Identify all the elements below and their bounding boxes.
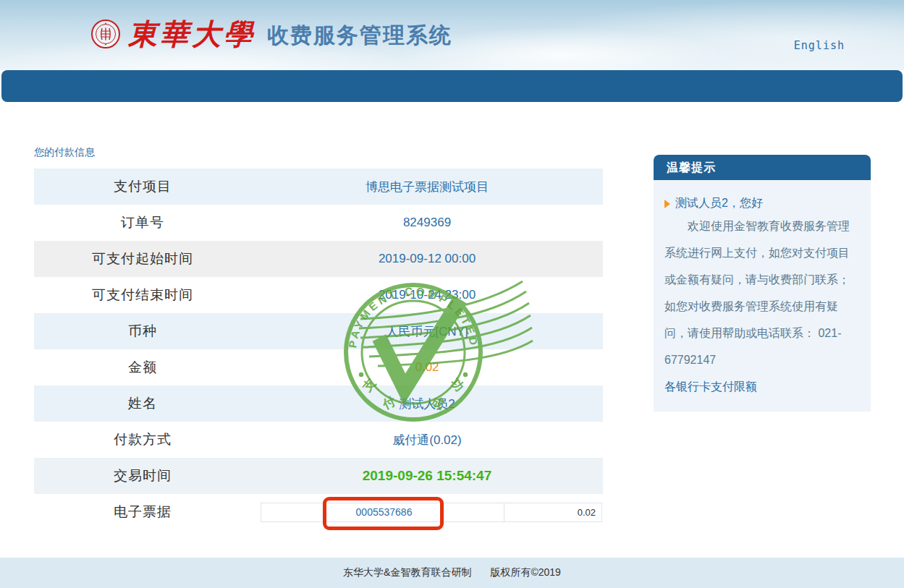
tips-panel: 温馨提示 测试人员2，您好 欢迎使用金智教育收费服务管理系统进行网上支付，如您对…	[654, 155, 871, 412]
einvoice-table: 0005537686 0.02	[261, 503, 602, 522]
english-language-link[interactable]: English	[794, 39, 845, 52]
page-footer: 东华大学&金智教育联合研制 版权所有©2019	[0, 558, 904, 588]
row-label: 金额	[34, 358, 251, 377]
row-value: 2019-09-12 00:00	[251, 252, 603, 266]
user-greeting: 测试人员2，您好	[664, 196, 860, 211]
row-value-transaction-time: 2019-09-26 15:54:47	[251, 468, 603, 484]
greeting-text: 测试人员2，您好	[675, 196, 763, 211]
tips-panel-title: 温馨提示	[654, 155, 871, 180]
row-label: 付款方式	[34, 430, 251, 449]
navbar	[1, 70, 903, 102]
row-label: 可支付结束时间	[34, 286, 251, 304]
row-value: 2019-10-24 23:00	[251, 288, 603, 302]
payment-row: 金额 0.02	[34, 349, 603, 385]
university-name: 東華大學	[128, 20, 255, 48]
row-value: 威付通(0.02)	[251, 432, 603, 448]
row-label: 订单号	[34, 213, 251, 232]
brand: 東華大學 收费服务管理系统	[90, 13, 452, 55]
footer-credits: 东华大学&金智教育联合研制	[343, 566, 471, 579]
row-label: 姓名	[34, 394, 251, 413]
payment-row: 可支付起始时间 2019-09-12 00:00	[34, 241, 603, 277]
row-value: 8249369	[251, 216, 603, 230]
payment-result-page: 東華大學 收费服务管理系统 English 您的付款信息 支付项目 博思电子票据…	[0, 0, 904, 588]
system-title: 收费服务管理系统	[267, 22, 452, 46]
einvoice-number-link[interactable]: 0005537686	[325, 503, 443, 522]
site-header: 東華大學 收费服务管理系统 English	[0, 0, 904, 70]
footer-copyright: 版权所有©2019	[490, 566, 560, 579]
row-value: 人民币元[CNY]	[251, 323, 603, 340]
row-value: 博思电子票据测试项目	[251, 179, 603, 195]
payment-row: 订单号 8249369	[34, 205, 603, 241]
tips-message: 欢迎使用金智教育收费服务管理系统进行网上支付，如您对支付项目或金额有疑问，请与收…	[664, 213, 860, 373]
section-title: 您的付款信息	[34, 146, 95, 159]
payment-row: 可支付结束时间 2019-10-24 23:00	[34, 277, 603, 313]
einvoice-empty-cell	[261, 503, 326, 522]
payment-info-table: 支付项目 博思电子票据测试项目 订单号 8249369 可支付起始时间 2019…	[34, 169, 603, 530]
payment-row: 币种 人民币元[CNY]	[34, 313, 603, 349]
row-label: 交易时间	[34, 466, 251, 485]
einvoice-amount: 0.02	[504, 503, 602, 522]
payment-row: 付款方式 威付通(0.02)	[34, 422, 603, 458]
einvoice-row: 电子票据 0005537686 0.02	[34, 494, 603, 530]
row-label: 可支付起始时间	[34, 250, 251, 268]
bank-card-limit-link[interactable]: 各银行卡支付限额	[664, 373, 757, 400]
row-label: 支付项目	[34, 177, 251, 196]
einvoice-empty-cell	[442, 503, 504, 522]
row-value-amount: 0.02	[251, 360, 603, 375]
tips-panel-body: 测试人员2，您好 欢迎使用金智教育收费服务管理系统进行网上支付，如您对支付项目或…	[654, 180, 871, 412]
university-seal-icon	[90, 19, 121, 49]
payment-row: 姓名 测试人员2	[34, 385, 603, 422]
row-value: 测试人员2	[251, 396, 603, 412]
payment-row: 支付项目 博思电子票据测试项目	[34, 169, 603, 205]
row-label: 币种	[34, 322, 251, 341]
row-label: 电子票据	[34, 503, 251, 521]
arrow-right-icon	[664, 200, 670, 208]
payment-row: 交易时间 2019-09-26 15:54:47	[34, 458, 603, 494]
